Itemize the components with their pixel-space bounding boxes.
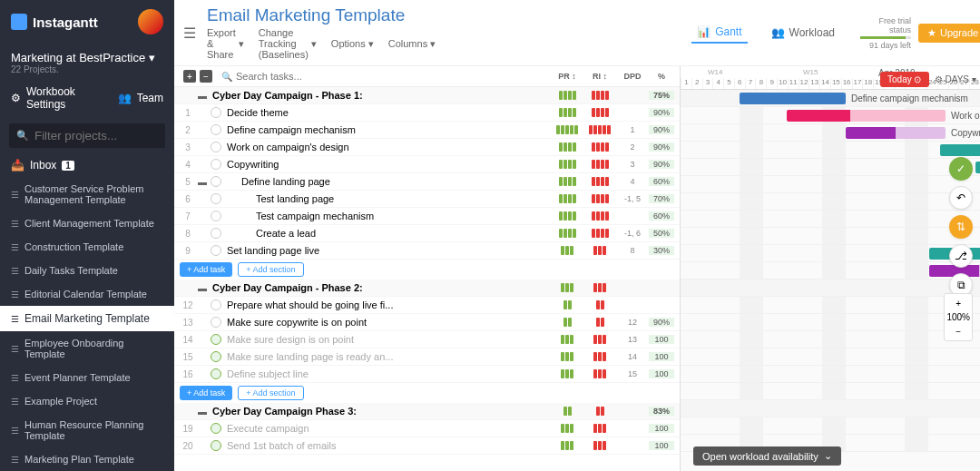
sidebar-project-item[interactable]: ☰Example Project [0,389,174,413]
gantt-row[interactable]: Cyber D [681,245,980,262]
check-circle-icon[interactable] [211,142,221,152]
collapse-icon[interactable]: ▬ [196,407,209,417]
task-row[interactable]: ▬Cyber Day Campaign - Phase 2: [174,280,680,297]
task-row[interactable]: ▬Cyber Day Campaign Phase 3:83% [174,403,680,420]
gantt-row[interactable]: Work on campaign's design [681,107,980,124]
tab-workload[interactable]: 👥Workload [766,22,840,44]
collapse-icon[interactable]: ▬ [196,283,209,293]
search-input[interactable] [236,71,545,82]
gantt-row[interactable]: Execute camp [681,383,980,400]
gantt-bar[interactable]: Define campaign mechanism [740,93,846,104]
sidebar-project-item[interactable]: ☰Client Management Template [0,211,174,235]
check-circle-icon[interactable] [211,245,221,256]
check-circle-icon[interactable] [211,368,221,379]
task-row[interactable]: 14Make sure design is on point13100 [174,331,680,348]
today-button[interactable]: Today ⊙ [880,72,928,87]
check-circle-icon[interactable] [211,440,221,451]
gantt-row[interactable]: Make sure design [681,297,980,314]
undo-float-button[interactable]: ↶ [949,186,973,210]
task-row[interactable]: 7Test campaign mechanism60% [174,208,680,225]
gantt-row[interactable]: Copywriting [681,124,980,142]
gantt-bar[interactable]: Work on campaign's design [787,110,946,122]
workload-toggle[interactable]: Open workload availability ⌄ [693,446,841,466]
task-row[interactable]: 1Decide theme90% [174,104,680,122]
check-circle-icon[interactable] [211,211,221,221]
check-circle-icon[interactable] [211,334,221,345]
sidebar-project-item[interactable]: ☰Daily Tasks Template [0,259,174,282]
col-pr[interactable]: PR ↕ [551,72,583,81]
gantt-row[interactable]: Send 2nd batch of emails [681,400,980,417]
gantt-row[interactable] [681,228,980,245]
gantt-row[interactable]: Prepare what should [681,262,980,280]
filter-projects[interactable]: 🔍 [9,123,165,148]
sidebar-project-item[interactable]: ☰Human Resource Planning Template [0,413,174,447]
gantt-row[interactable]: Set landing page live [681,211,980,228]
check-circle-icon[interactable] [211,299,221,310]
gantt-row[interactable] [681,417,980,435]
tab-gantt[interactable]: 📊Gantt [691,22,747,44]
sidebar-project-item[interactable]: ☰Marketing Plan Template [0,447,174,471]
sort-float-button[interactable]: ⇅ [949,215,973,239]
zoom-out-button[interactable]: − [949,324,967,339]
gantt-row[interactable]: Test landing page [681,159,980,176]
submenu-item[interactable]: Export & Share ▾ [207,27,244,60]
add-task-button[interactable]: + Add task [180,262,232,277]
sidebar-project-item[interactable]: ☰Event Planner Template [0,366,174,389]
inbox[interactable]: 📥 Inbox 1 [0,153,174,177]
task-row[interactable]: 16Define subject line15100 [174,366,680,383]
task-row[interactable]: 19Execute campaign100 [174,420,680,437]
submenu-item[interactable]: Options ▾ [331,38,374,50]
check-circle-icon[interactable] [211,193,221,204]
days-selector[interactable]: ⚙DAYS ▾ [935,74,977,84]
task-row[interactable]: 3Work on campaign's design290% [174,139,680,156]
task-row[interactable]: 12Prepare what should be going live fi..… [174,297,680,314]
task-row[interactable]: ▬Cyber Day Campaign - Phase 1:75% [174,87,680,104]
workbook-settings[interactable]: ⚙Workbook Settings [11,85,107,111]
gantt-row[interactable]: Make sure lan [681,314,980,331]
zoom-in-button[interactable]: + [949,296,967,310]
task-row[interactable]: 15Make sure landing page is ready an...1… [174,348,680,366]
sidebar-project-item[interactable]: ☰Editorial Calendar Template [0,282,174,306]
gantt-bar[interactable]: Define landing page [940,144,980,156]
team-link[interactable]: 👥Team [118,85,163,111]
sidebar-project-item[interactable]: ☰Construction Template [0,235,174,259]
gantt-row[interactable]: Define subject [681,331,980,348]
task-row[interactable]: 6Test landing page-1, 570% [174,191,680,208]
collapse-icon[interactable]: ▬ [196,91,209,101]
avatar[interactable] [138,9,163,34]
gantt-body[interactable]: Cyber Day Campaign - Ph In SyncDecide th… [681,90,980,452]
gantt-row[interactable]: Define campaign mechanism [681,90,980,107]
workspace-selector[interactable]: Marketing at BestPractice ▾ 22 Projects. [0,44,174,78]
collapse-icon[interactable]: ▬ [196,177,209,187]
check-circle-icon[interactable] [211,228,221,239]
task-row[interactable]: 13Make sure copywrite is on point1290% [174,314,680,331]
logo[interactable]: Instagantt [0,0,174,44]
gantt-row[interactable] [681,348,980,366]
check-circle-icon[interactable] [211,107,221,118]
gantt-row[interactable]: Create a lead [681,193,980,211]
filter-input[interactable] [34,129,158,142]
sidebar-project-item[interactable]: ☰Customer Service Problem Management Tem… [0,177,174,211]
branch-float-button[interactable]: ⎇ [949,244,973,268]
check-circle-icon[interactable] [211,176,221,187]
gantt-chart[interactable]: Today ⊙ ⚙DAYS ▾ Apr 2019 W14 W15 W16 W17… [681,66,980,471]
gantt-row[interactable]: Make sure copywrite is o [681,280,980,297]
col-ri[interactable]: RI ↕ [583,72,616,81]
task-row[interactable]: 2Define campaign mechanism190% [174,122,680,139]
task-row[interactable]: 9Set landing page live830% [174,242,680,260]
add-task-button[interactable]: + Add task [180,386,232,400]
check-float-button[interactable]: ✓ [949,157,973,181]
check-circle-icon[interactable] [211,317,221,328]
task-row[interactable]: 5▬Define landing page460% [174,173,680,191]
check-circle-icon[interactable] [211,423,221,434]
check-circle-icon[interactable] [211,159,221,170]
submenu-item[interactable]: Columns ▾ [388,38,436,50]
col-dpd[interactable]: DPD [616,72,649,81]
add-section-button[interactable]: + Add section [238,386,303,400]
expand-all-button[interactable]: + [183,70,196,83]
gantt-row[interactable]: Define landing page [681,142,980,159]
upgrade-button[interactable]: ★Upgrade [918,24,980,43]
hamburger-icon[interactable]: ☰ [183,25,196,42]
col-pct[interactable]: % [649,72,674,81]
collapse-all-button[interactable]: − [200,70,212,83]
